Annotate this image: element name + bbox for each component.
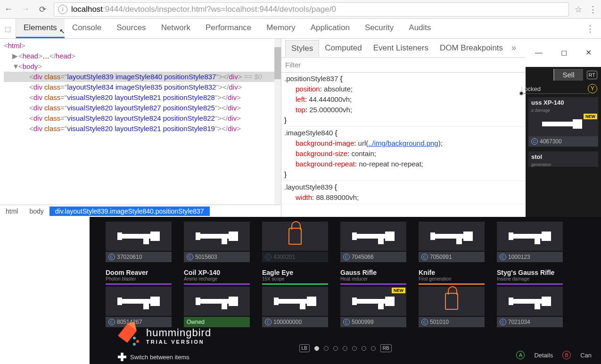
devtools-tablist: ⬚ ElementsConsoleSourcesNetworkPerforman… [0,19,601,39]
elements-panel: <html> ▶<head>…</head> ▼<body> <div clas… [0,39,281,217]
svg-rect-5 [150,232,160,241]
svg-rect-11 [378,239,384,244]
reload-button[interactable]: ⟳ [34,2,51,17]
rt-key-icon: RT [587,71,597,79]
weapon-card[interactable]: C7050991 [419,222,485,262]
rb-key-icon: RB [380,344,392,352]
game-shop: C37020610C5015603C4300201C7045066C705099… [90,217,601,364]
weapon-card[interactable]: C4300201 [262,222,328,262]
sell-button[interactable]: Sell [553,69,583,81]
tab-computed[interactable]: Computed [319,40,367,56]
weapon-card[interactable]: C1000123 [497,222,563,262]
maximize-icon[interactable]: ◻ [561,48,567,57]
svg-rect-30 [276,299,309,304]
more-tabs-icon[interactable]: » [511,43,516,53]
page-dot[interactable] [324,346,329,351]
dom-node[interactable]: <div class="layoutStyle834 imageStyle835… [4,82,281,92]
lock-icon [288,228,302,245]
dom-node[interactable]: <div class="visualStyle820 layoutStyle82… [4,113,281,124]
bookmark-icon[interactable]: ☆ [575,4,582,15]
svg-rect-7 [222,239,227,244]
dom-node[interactable]: <div class="layoutStyle839 imageStyle840… [4,72,281,82]
weapon-card[interactable]: stol generation [528,151,598,167]
dom-node[interactable]: <div class="visualStyle820 layoutStyle82… [4,103,281,113]
svg-point-46 [133,343,136,346]
svg-rect-25 [150,297,160,306]
tab-application[interactable]: Application [303,19,357,38]
page-dot[interactable] [371,346,376,351]
inspect-element-icon[interactable]: ⬚ [0,19,16,38]
svg-point-44 [133,337,136,339]
page-dot[interactable] [314,346,319,351]
scrollbar[interactable] [274,39,281,205]
svg-rect-12 [352,232,357,240]
svg-rect-23 [143,304,149,309]
weapon-card[interactable]: C5015603 [184,222,250,262]
weapon-card[interactable]: uss XP-140 a damage NEW C4067300 [528,97,598,147]
crumb-body[interactable]: body [24,207,49,216]
page-dot[interactable] [343,346,347,351]
dom-node[interactable]: <div class="visualStyle820 layoutStyle82… [4,92,281,103]
devtools-menu-icon[interactable]: ⋮ [579,24,601,34]
menu-icon[interactable]: ⋮ [589,4,597,15]
svg-rect-33 [307,297,316,306]
tab-sources[interactable]: Sources [109,19,153,38]
devtools-main: <html> ▶<head>…</head> ▼<body> <div clas… [0,39,601,217]
dom-node[interactable]: ▼<body> [4,61,281,72]
crumb-html[interactable]: html [0,207,24,216]
coin-icon: C [500,254,506,260]
weapon-card[interactable]: C37020610 [106,222,172,262]
coin-icon: C [343,319,350,325]
crumb-selected[interactable]: div.layoutStyle839.imageStyle840.positio… [49,207,210,216]
url-path: /devtools/inspector.html?ws=localhost:94… [123,5,336,14]
svg-rect-1 [573,119,582,129]
weapon-card[interactable]: C100000000 [262,287,328,327]
site-info-icon[interactable]: i [58,5,67,14]
svg-rect-6 [198,234,231,239]
svg-rect-36 [352,298,357,305]
page-dot[interactable] [362,346,366,351]
weapon-card[interactable]: NEWC5000999 [340,287,406,327]
tab-dom-breakpoints[interactable]: DOM Breakpoints [434,40,509,56]
svg-rect-37 [385,297,395,306]
page-dot[interactable] [333,346,338,351]
tab-audits[interactable]: Audits [401,19,438,38]
tab-memory[interactable]: Memory [259,19,303,38]
tab-elements[interactable]: Elements [16,19,65,38]
coin-icon: C [421,254,428,260]
close-icon[interactable]: ✕ [585,48,592,57]
minimize-icon[interactable]: — [535,49,543,57]
svg-rect-40 [509,298,513,305]
dom-node[interactable]: <div class="visualStyle820 layoutStyle82… [4,124,281,134]
svg-rect-26 [198,299,231,304]
tab-console[interactable]: Console [65,19,109,38]
tab-performance[interactable]: Performance [198,19,259,38]
svg-rect-13 [385,232,395,241]
coin-icon: C [108,254,115,260]
tab-event-listeners[interactable]: Event Listeners [368,40,434,56]
weapon-label: Gauss RifleHeat reducer [340,267,406,285]
svg-rect-41 [542,297,551,306]
tab-styles[interactable]: Styles [285,40,319,57]
back-button[interactable]: ← [0,2,17,17]
styles-filter-input[interactable]: Filter [285,61,543,69]
page-dot[interactable] [352,346,357,351]
weapon-card[interactable]: C7021034 [497,287,563,327]
tab-network[interactable]: Network [154,19,198,38]
weapon-card[interactable]: C7045066 [340,222,406,262]
address-bar[interactable]: i localhost:9444/devtools/inspector.html… [54,2,569,17]
svg-rect-29 [229,297,238,306]
coin-icon: C [500,319,506,325]
coin-icon: C [265,319,272,325]
hint-text: Switch between items [118,353,189,361]
dom-node[interactable]: ▶<head>…</head> [4,51,281,61]
b-key-icon: B [562,351,571,359]
dom-node[interactable]: <html> [4,41,281,51]
weapon-card[interactable]: C501010 [419,287,485,327]
forward-button[interactable]: → [17,2,34,17]
svg-rect-27 [222,304,227,309]
window-controls: — ◻ ✕ [526,39,601,67]
tab-security[interactable]: Security [357,19,401,38]
dom-tree[interactable]: <html> ▶<head>…</head> ▼<body> <div clas… [0,39,281,205]
hummingbird-logo: hummingbirdTRIAL VERSION [113,322,211,350]
